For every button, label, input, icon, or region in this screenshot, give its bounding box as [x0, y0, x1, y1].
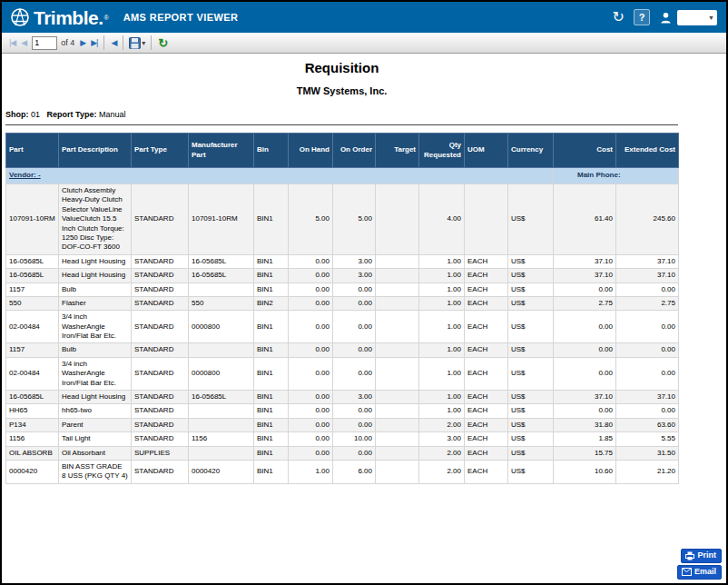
last-page-button[interactable]: ▶| [88, 37, 100, 49]
table-cell: 5.00 [289, 184, 333, 255]
user-menu-dropdown[interactable]: ▼ [677, 10, 717, 25]
table-cell [376, 418, 419, 431]
table-cell [189, 283, 254, 296]
table-cell: 37.10 [616, 391, 679, 404]
table-cell [376, 184, 419, 255]
table-cell: 107091-10RM [189, 184, 254, 255]
table-cell [189, 343, 254, 357]
page-count-label: of 4 [61, 38, 74, 47]
table-cell: US$ [508, 254, 554, 268]
sync-button[interactable]: ↻ [613, 10, 625, 25]
table-cell: EACH [465, 391, 508, 404]
table-cell: 0.00 [333, 418, 376, 431]
table-cell: 0.00 [554, 357, 616, 390]
table-cell: 37.10 [554, 254, 616, 268]
previous-page-button[interactable]: ◀ [18, 37, 29, 49]
vendor-link[interactable]: Vendor: - [9, 171, 41, 179]
table-cell: 0.00 [289, 404, 333, 418]
table-cell: STANDARD [132, 432, 189, 446]
user-button[interactable] [659, 11, 673, 25]
table-cell: 37.10 [616, 254, 679, 268]
table-cell: 15.75 [554, 446, 616, 460]
table-cell: EACH [465, 357, 508, 390]
back-to-parent-button[interactable]: ◀ [108, 37, 119, 49]
table-cell: 0.00 [289, 357, 333, 390]
table-cell: 0.00 [289, 296, 333, 310]
column-header: Qty Requested [419, 134, 465, 168]
table-cell: 1156 [6, 432, 59, 446]
report-type-label: Report Type: [47, 110, 97, 119]
trimble-logo: Trimble. ® [9, 6, 109, 28]
table-cell: US$ [508, 460, 554, 483]
table-cell: 0.00 [554, 283, 616, 296]
column-header: Part [6, 134, 59, 168]
table-cell: 1.00 [419, 357, 465, 390]
report-title: Requisition [5, 60, 678, 75]
refresh-button[interactable]: ↻ [155, 37, 171, 49]
help-button[interactable]: ? [634, 9, 650, 25]
table-cell: 1.00 [419, 283, 465, 296]
table-cell: 16-05685L [6, 254, 59, 268]
table-cell: 0.00 [554, 311, 616, 343]
table-cell: STANDARD [132, 269, 189, 283]
table-cell [189, 418, 254, 431]
table-cell: 2.75 [616, 296, 679, 310]
main-phone-cell: Main Phone: [554, 168, 679, 184]
table-cell [376, 446, 419, 460]
printer-icon [685, 551, 694, 560]
table-row: 16-05685LHead Light HousingSTANDARD16-05… [6, 391, 679, 404]
email-button[interactable]: Email [677, 565, 722, 580]
table-cell: STANDARD [132, 184, 189, 255]
table-cell [376, 391, 419, 404]
table-cell: 02-00484 [6, 357, 59, 390]
table-cell: 1.85 [554, 432, 616, 446]
table-cell: 1.00 [419, 391, 465, 404]
table-cell [189, 446, 254, 460]
save-disk-icon [129, 37, 141, 49]
table-cell: 1.00 [419, 343, 465, 357]
table-cell: Parent [59, 418, 132, 431]
shop-value: 01 [31, 110, 40, 119]
table-cell: 37.10 [554, 269, 616, 283]
envelope-icon [682, 568, 692, 576]
table-cell: BIN1 [254, 446, 289, 460]
export-save-button[interactable]: ▾ [127, 36, 147, 50]
report-type-value: Manual [99, 110, 126, 119]
table-cell: 16-05685L [6, 391, 59, 404]
table-cell: BIN1 [254, 432, 289, 446]
table-cell: 10.60 [554, 460, 616, 483]
table-cell: 0.00 [289, 254, 333, 268]
column-header: UOM [465, 134, 508, 168]
print-button[interactable]: Print [681, 549, 722, 563]
table-cell: 2.00 [419, 460, 465, 483]
table-cell: 0000800 [189, 311, 254, 343]
table-cell: 37.10 [616, 269, 679, 283]
table-cell: 61.40 [554, 184, 616, 255]
table-cell: 2.00 [419, 446, 465, 460]
table-cell: 0.00 [289, 311, 333, 343]
table-cell: 02-00484 [6, 311, 59, 343]
table-cell: 1156 [189, 432, 254, 446]
shop-label: Shop: [5, 110, 29, 119]
next-page-button[interactable]: ▶ [77, 37, 88, 49]
table-row: 107091-10RMClutch Assembly Heavy-Duty Cl… [6, 184, 679, 255]
page-number-input[interactable] [32, 36, 57, 50]
table-cell: US$ [508, 357, 554, 390]
table-cell: 3.00 [333, 391, 376, 404]
table-cell: STANDARD [132, 460, 189, 483]
table-cell: 0.00 [289, 343, 333, 357]
table-cell: 1.00 [419, 269, 465, 283]
table-cell: 0000420 [189, 460, 254, 483]
table-cell: US$ [508, 404, 554, 418]
first-page-button[interactable]: |◀ [6, 37, 18, 49]
table-cell: 1.00 [419, 254, 465, 268]
table-cell: 0.00 [616, 404, 679, 418]
table-cell: 0.00 [289, 269, 333, 283]
table-cell: HH65 [6, 404, 59, 418]
user-icon [659, 11, 673, 25]
report-table: PartPart DescriptionPart TypeManufacture… [5, 133, 679, 484]
table-cell: 0.00 [289, 418, 333, 431]
toolbar-separator [123, 35, 123, 50]
table-cell: BIN1 [254, 460, 289, 483]
table-cell: US$ [508, 391, 554, 404]
